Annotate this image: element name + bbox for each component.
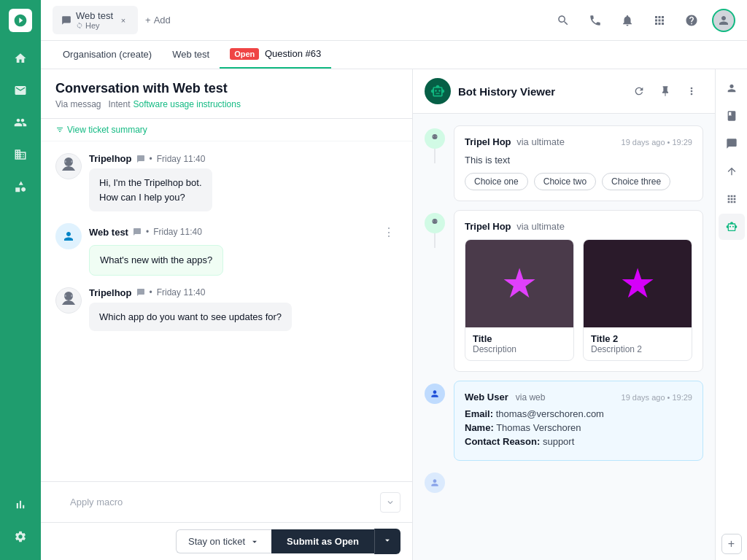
tab-close-button[interactable]: × <box>117 15 129 26</box>
topbar-right <box>551 9 735 32</box>
rail-grid-button[interactable] <box>719 186 745 212</box>
message-more-button[interactable]: ⋮ <box>380 223 398 241</box>
breadcrumb-org[interactable]: Organisation (create) <box>53 42 162 69</box>
svg-point-8 <box>436 136 437 137</box>
notifications-button[interactable] <box>616 9 639 32</box>
rail-bot-button[interactable] <box>719 214 745 240</box>
bot-msg-sender-2: Tripel Hop via ultimate <box>465 221 565 232</box>
choice-pill-3[interactable]: Choice three <box>602 173 670 190</box>
star-icon-2: ★ <box>619 263 656 304</box>
message-time: Friday 11:40 <box>157 154 206 164</box>
svg-point-10 <box>433 220 434 222</box>
submit-dropdown-button[interactable] <box>374 529 400 554</box>
bot-panel-title: Bot History Viewer <box>458 85 620 98</box>
message-bubble: Hi, I'm the Tripelhop bot.How can I help… <box>89 168 212 211</box>
sidebar-logo[interactable] <box>9 9 32 32</box>
intent-link[interactable]: Software usage instructions <box>133 99 241 109</box>
main-content: Web test Hey × + Add <box>41 0 747 560</box>
content-area: Conversation with Web test Via messag In… <box>41 69 747 560</box>
composer-input-area[interactable]: Apply macro <box>70 497 374 508</box>
tab-title: Web test <box>76 10 113 21</box>
sidebar-item-chart[interactable] <box>6 490 35 519</box>
user-msg-via: via web <box>516 392 546 402</box>
choice-pill-2[interactable]: Choice two <box>534 173 596 190</box>
message-sender: Web test <box>89 227 128 238</box>
via-label: Via messag <box>55 99 101 109</box>
message-bubble: Which app do you want to see updates for… <box>89 303 292 332</box>
user-msg-sender: Web User <box>465 392 508 402</box>
card-info-2: Title 2 Description 2 <box>584 327 692 360</box>
submit-button[interactable]: Submit as Open <box>271 529 374 553</box>
user-msg-time: 19 days ago • 19:29 <box>622 393 692 402</box>
active-tab[interactable]: Web test Hey × <box>53 6 138 34</box>
sidebar-item-home[interactable] <box>6 44 35 73</box>
message-time: Friday 11:40 <box>153 227 202 237</box>
conversation-messages: Tripelhop • Friday 11:40 Hi, I'm the Tri… <box>41 141 412 481</box>
user-name-field: Name: Thomas Verschoren <box>465 422 692 433</box>
rail-arrow-button[interactable] <box>719 158 745 184</box>
intent-label: Intent <box>108 99 130 109</box>
status-badge: Open <box>230 48 259 60</box>
message-sender: Tripelhop <box>89 153 132 164</box>
card-row: ★ Title Description ★ <box>465 239 692 361</box>
message-header: Tripelhop • Friday 11:40 <box>89 287 398 298</box>
bot-avatar <box>55 287 82 314</box>
item-card-2[interactable]: ★ Title 2 Description 2 <box>583 239 692 361</box>
svg-point-4 <box>64 294 66 296</box>
message-actions: ⋮ <box>380 223 398 241</box>
item-card-1[interactable]: ★ Title Description <box>465 239 574 361</box>
refresh-button[interactable] <box>627 79 651 103</box>
sidebar-item-building[interactable] <box>6 140 35 169</box>
svg-point-5 <box>71 294 73 296</box>
composer-submit-area: Apply macro Stay on ticket Submit as Ope… <box>41 481 412 560</box>
bot-history-panel: Bot History Viewer <box>413 69 715 560</box>
bot-msg-avatar-2 <box>425 213 445 233</box>
bot-panel-icon <box>425 78 451 104</box>
sidebar-item-inbox[interactable] <box>6 76 35 105</box>
search-button[interactable] <box>551 9 575 32</box>
bot-msg-text-1: This is text <box>465 155 692 166</box>
bot-message-card-2: Tripel Hop via ultimate ★ Title <box>454 210 703 372</box>
user-avatar[interactable] <box>712 9 735 32</box>
message-row: Tripelhop • Friday 11:40 Which app do yo… <box>55 287 398 332</box>
rail-add-button[interactable]: + <box>721 534 742 554</box>
submit-label: Submit as Open <box>287 536 359 547</box>
message-separator: • <box>150 154 152 164</box>
pin-button[interactable] <box>654 79 677 103</box>
conversation-meta: Via messag Intent Software usage instruc… <box>55 99 398 109</box>
rail-chat-button[interactable] <box>719 131 745 157</box>
card-info-1: Title Description <box>465 327 573 360</box>
message-body: Web test • Friday 11:40 ⋮ What's new wit… <box>89 223 398 276</box>
tab-subtitle: Hey <box>85 21 100 30</box>
conversation-panel: Conversation with Web test Via messag In… <box>41 69 413 560</box>
help-button[interactable] <box>680 9 703 32</box>
stay-on-ticket-button[interactable]: Stay on ticket <box>176 529 271 553</box>
rail-person-button[interactable] <box>719 75 745 101</box>
sidebar-item-settings[interactable] <box>6 522 35 551</box>
composer-expand-button[interactable] <box>380 492 400 513</box>
conversation-header: Conversation with Web test Via messag In… <box>41 69 412 119</box>
bot-avatar <box>55 153 82 179</box>
svg-point-1 <box>64 160 66 163</box>
bot-header: Bot History Viewer <box>413 69 715 114</box>
svg-point-7 <box>433 136 434 137</box>
card-image-2: ★ <box>584 240 692 327</box>
phone-button[interactable] <box>584 9 607 32</box>
breadcrumb-question[interactable]: Open Question #63 <box>220 41 331 69</box>
view-summary-button[interactable]: View ticket summary <box>41 119 412 141</box>
message-row: Tripelhop • Friday 11:40 Hi, I'm the Tri… <box>55 153 398 211</box>
add-tab-button[interactable]: + Add <box>138 10 178 30</box>
more-options-button[interactable] <box>680 79 703 103</box>
rail-book-button[interactable] <box>719 103 745 129</box>
submit-bar: Stay on ticket Submit as Open <box>41 522 412 560</box>
bot-messages: Tripel Hop via ultimate 19 days ago • 19… <box>413 114 715 560</box>
next-msg-avatar <box>425 472 445 493</box>
choice-pill-1[interactable]: Choice one <box>465 173 528 190</box>
choice-pills: Choice one Choice two Choice three <box>465 173 692 190</box>
sidebar-item-users[interactable] <box>6 108 35 137</box>
composer: Apply macro <box>41 481 412 522</box>
svg-point-2 <box>71 160 73 163</box>
breadcrumb-webtest[interactable]: Web test <box>162 42 220 69</box>
grid-button[interactable] <box>648 9 671 32</box>
sidebar-item-shapes[interactable] <box>6 172 35 201</box>
